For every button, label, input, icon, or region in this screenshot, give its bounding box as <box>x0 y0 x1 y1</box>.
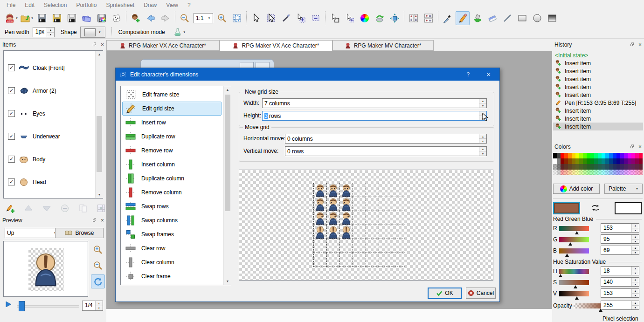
history-entry[interactable]: Insert item <box>553 91 643 99</box>
eyedropper-button[interactable] <box>441 11 455 25</box>
dialog-list-item[interactable]: Swap rows <box>122 199 222 213</box>
rgb-b-slider-marker[interactable] <box>565 253 569 257</box>
grid-circle-button[interactable] <box>230 11 244 25</box>
palette-swatch[interactable] <box>628 170 631 175</box>
palette-swatch[interactable] <box>624 170 628 175</box>
palette-swatch[interactable] <box>572 153 575 158</box>
palette-swatch[interactable] <box>557 158 561 164</box>
dialog-list-item[interactable]: Edit frame size <box>122 88 222 102</box>
palette-swatch[interactable] <box>583 158 587 164</box>
new-character-button[interactable]: NEW▼ <box>4 11 19 25</box>
dialog-list-item[interactable]: Remove column <box>122 185 222 199</box>
palette-swatch[interactable] <box>602 170 605 175</box>
dialog-title-bar[interactable]: Edit character's dimensions ? × <box>116 68 499 81</box>
secondary-color-swatch[interactable] <box>615 202 642 214</box>
menu-item-spritesheet[interactable]: Spritesheet <box>101 0 139 10</box>
dialog-list-item[interactable]: Remove row <box>122 144 222 158</box>
palette-swatch[interactable] <box>620 158 624 164</box>
history-entry[interactable]: Insert item <box>553 83 643 91</box>
composition-mode-button[interactable]: ▼ <box>169 25 190 39</box>
list-item[interactable]: ✓Armor (2) <box>4 79 103 102</box>
float-panel-icon[interactable] <box>92 218 97 223</box>
palette-swatch[interactable] <box>598 153 602 158</box>
zoom-level-select[interactable]: 1:1▼ <box>194 13 213 23</box>
dialog-list-item[interactable]: Swap frames <box>122 227 222 241</box>
dialog-list-item[interactable]: Duplicate row <box>122 130 222 144</box>
add-color-button[interactable]: Add color <box>553 184 600 194</box>
palette-swatch[interactable] <box>553 164 557 170</box>
palette-swatch[interactable] <box>590 153 594 158</box>
cancel-button[interactable]: Cancel <box>466 288 496 299</box>
palette-swatch[interactable] <box>624 164 628 170</box>
rgb-g-slider-spin-buttons[interactable]: ▲▼ <box>631 235 639 243</box>
list-item[interactable]: ✓Cloak [Front] <box>4 56 103 79</box>
palette-swatch[interactable] <box>575 153 579 158</box>
palette-swatch[interactable] <box>557 153 561 158</box>
hsv-s-slider-track[interactable] <box>559 280 589 285</box>
tab-1[interactable]: RPG Maker VX Ace Character* <box>106 40 220 51</box>
palette-swatch[interactable] <box>631 153 635 158</box>
palette-swatch[interactable] <box>572 170 575 175</box>
palette-swatch[interactable] <box>635 170 639 175</box>
height-field[interactable]: 3 rows ▲▼ <box>262 111 487 121</box>
save-button[interactable] <box>35 11 49 25</box>
palette-swatch[interactable] <box>602 164 605 170</box>
shape-picker-button[interactable]: ▼ <box>80 27 105 38</box>
dialog-list-item[interactable]: Swap columns <box>122 213 222 227</box>
palette-swatch[interactable] <box>564 153 568 158</box>
palette-swatch[interactable] <box>598 170 602 175</box>
palette-swatch[interactable] <box>624 158 628 164</box>
item-checkbox[interactable]: ✓ <box>8 133 15 140</box>
dialog-list-item[interactable]: Clear row <box>122 241 222 255</box>
tab-3[interactable]: RPG Maker MV Character* <box>332 40 434 51</box>
hsv-v-slider-track[interactable] <box>559 291 589 296</box>
palette-swatch[interactable] <box>631 158 635 164</box>
open-folder-button[interactable]: ▼ <box>20 11 34 25</box>
palette-swatch[interactable] <box>572 158 575 164</box>
palette-swatch[interactable] <box>616 164 620 170</box>
menu-item-draw[interactable]: Draw <box>139 0 161 10</box>
palette-swatch[interactable] <box>616 170 620 175</box>
palette-swatch[interactable] <box>605 153 609 158</box>
hsv-h-slider-marker[interactable] <box>559 274 562 277</box>
palette-swatch[interactable] <box>635 164 639 170</box>
preview-zoom-in-button[interactable] <box>91 243 105 257</box>
preview-direction-select[interactable]: Up ▼ <box>5 228 59 238</box>
remove-item-button[interactable] <box>58 201 72 215</box>
palette-swatch[interactable] <box>561 158 564 164</box>
palette-swatch[interactable] <box>594 158 598 164</box>
palette-dropdown-button[interactable]: Palette ▼ <box>604 184 643 194</box>
frame-slider[interactable] <box>17 305 79 308</box>
palette-swatch[interactable] <box>613 164 616 170</box>
float-panel-icon[interactable] <box>92 42 97 47</box>
line-button[interactable] <box>500 11 514 25</box>
add-item-button[interactable] <box>3 201 17 215</box>
gradient-button[interactable] <box>545 11 559 25</box>
width-spin-buttons[interactable]: ▲▼ <box>479 99 486 108</box>
cursor-button[interactable] <box>249 11 263 25</box>
dice-button[interactable] <box>110 11 124 25</box>
palette-swatch[interactable] <box>561 170 564 175</box>
opacity-value-box[interactable]: 255▲▼ <box>601 301 639 310</box>
palette-swatch[interactable] <box>590 170 594 175</box>
palette-swatch[interactable] <box>553 158 557 164</box>
item-checkbox[interactable]: ✓ <box>8 156 15 163</box>
rgb-b-slider-spin-buttons[interactable]: ▲▼ <box>631 246 639 254</box>
palette-swatch[interactable] <box>613 158 616 164</box>
palette-swatch[interactable] <box>579 158 583 164</box>
palette-swatch[interactable] <box>568 170 572 175</box>
palette-swatch[interactable] <box>575 158 579 164</box>
palette-swatch[interactable] <box>561 153 564 158</box>
palette-swatch[interactable] <box>594 153 598 158</box>
play-icon[interactable] <box>5 301 12 308</box>
hsv-s-slider-spin-buttons[interactable]: ▲▼ <box>631 278 639 286</box>
palette-swatch[interactable] <box>557 164 561 170</box>
palette-swatch[interactable] <box>590 164 594 170</box>
palette-swatch[interactable] <box>587 164 590 170</box>
frame-stepper[interactable]: 1/4 ▲▼ <box>82 301 103 311</box>
save-copy-button[interactable] <box>65 11 79 25</box>
palette-swatch[interactable] <box>613 153 616 158</box>
palette-swatch[interactable] <box>587 158 590 164</box>
list-item[interactable]: ✓Underwear <box>4 125 103 148</box>
palette-swatch[interactable] <box>605 158 609 164</box>
